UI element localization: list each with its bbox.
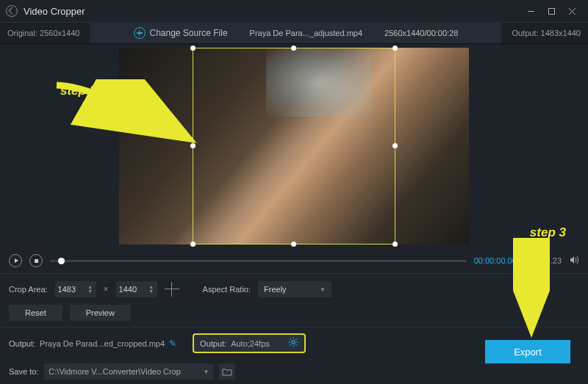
original-label: Original: 2560x1440 <box>7 29 79 37</box>
aspect-ratio-label: Aspect Ratio: <box>203 285 251 294</box>
preview-area <box>0 44 588 248</box>
output-dims-label: Output: 1483x1440 <box>512 29 581 37</box>
svg-line-12 <box>295 338 296 339</box>
change-source-label: Change Source File <box>150 28 228 38</box>
width-down[interactable]: ▼ <box>87 289 93 294</box>
crop-handle-tr[interactable] <box>392 46 398 51</box>
crop-height-input[interactable]: ▲▼ <box>116 281 157 297</box>
change-source-button[interactable]: Change Source File <box>134 27 228 39</box>
info-bar: Original: 2560x1440 Change Source File P… <box>0 22 588 44</box>
plus-icon <box>134 27 146 39</box>
save-to-label: Save to: <box>9 367 38 376</box>
preset-value: Auto;24fps <box>231 339 284 348</box>
maximize-button[interactable] <box>541 4 562 18</box>
stop-button[interactable] <box>29 254 43 267</box>
crop-width-field[interactable] <box>58 285 80 294</box>
export-button[interactable]: Export <box>485 340 570 363</box>
crop-handle-br[interactable] <box>392 242 398 247</box>
height-down[interactable]: ▼ <box>148 289 154 294</box>
crop-area-label: Crop Area: <box>9 285 48 294</box>
crop-handle-ml[interactable] <box>190 143 196 148</box>
center-crop-icon[interactable] <box>165 282 179 297</box>
aspect-ratio-dropdown[interactable]: Freely ▼ <box>258 281 331 297</box>
svg-line-9 <box>290 338 291 339</box>
svg-rect-1 <box>548 8 554 14</box>
video-frame[interactable] <box>119 48 469 244</box>
crop-width-input[interactable]: ▲▼ <box>55 281 96 297</box>
chevron-down-icon: ▼ <box>203 369 209 375</box>
gear-icon[interactable] <box>288 337 298 349</box>
multiply-icon: × <box>104 284 109 294</box>
minimize-button[interactable] <box>520 4 541 18</box>
volume-icon[interactable] <box>569 255 579 267</box>
preset-label: Output: <box>200 339 226 348</box>
source-info: 2560x1440/00:00:28 <box>384 29 458 37</box>
preview-button[interactable]: Preview <box>70 305 131 321</box>
save-path-dropdown[interactable]: C:\Vidmore V...Converter\Video Crop ▼ <box>44 363 213 380</box>
output-name-label: Output: <box>9 339 35 348</box>
output-filename: Praya De Parad...ed_cropped.mp4 <box>40 339 165 348</box>
playback-bar: 00:00:00.00/00:00:28.23 <box>0 248 588 273</box>
crop-handle-tl[interactable] <box>190 46 196 51</box>
seek-slider[interactable] <box>50 260 467 262</box>
action-buttons-row: Reset Preview <box>0 305 588 327</box>
crop-handle-mr[interactable] <box>392 143 398 148</box>
save-path-value: C:\Vidmore V...Converter\Video Crop <box>49 367 181 376</box>
crop-controls: Crop Area: ▲▼ × ▲▼ Aspect Ratio: Freely … <box>0 273 588 305</box>
svg-point-4 <box>292 341 295 344</box>
crop-box[interactable] <box>193 48 395 244</box>
crop-handle-bm[interactable] <box>291 242 296 247</box>
source-filename: Praya De Para..._adjusted.mp4 <box>250 29 362 37</box>
time-display: 00:00:00.00/00:00:28.23 <box>474 256 562 265</box>
app-logo-icon <box>6 5 18 17</box>
crop-handle-tm[interactable] <box>291 46 296 51</box>
titlebar: Video Cropper <box>0 0 588 22</box>
svg-line-10 <box>295 344 296 345</box>
output-preset-box[interactable]: Output: Auto;24fps <box>193 333 306 353</box>
app-title: Video Cropper <box>24 6 85 17</box>
open-folder-button[interactable] <box>219 363 235 380</box>
svg-line-11 <box>290 344 291 345</box>
crop-height-field[interactable] <box>119 285 141 294</box>
export-label: Export <box>514 347 542 358</box>
play-button[interactable] <box>9 254 22 267</box>
chevron-down-icon: ▼ <box>320 286 326 293</box>
close-button[interactable] <box>562 4 582 18</box>
crop-handle-bl[interactable] <box>190 242 196 247</box>
seek-thumb[interactable] <box>58 258 65 264</box>
edit-output-name-icon[interactable]: ✎ <box>169 338 176 349</box>
reset-button[interactable]: Reset <box>9 305 62 321</box>
aspect-ratio-value: Freely <box>264 285 287 294</box>
